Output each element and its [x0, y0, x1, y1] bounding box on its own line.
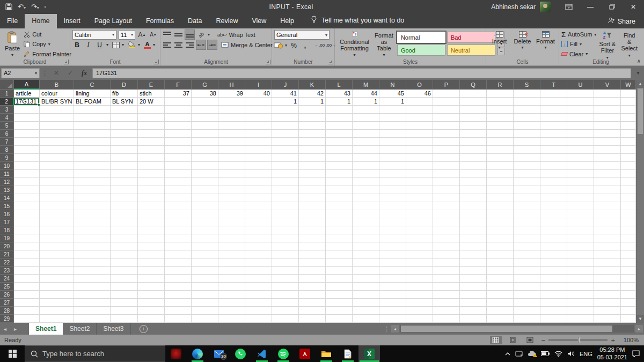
- cell-K10[interactable]: [299, 162, 326, 170]
- cell-I24[interactable]: [245, 275, 272, 283]
- cell-F14[interactable]: [165, 194, 192, 202]
- cell-K3[interactable]: [299, 106, 326, 114]
- cell-W23[interactable]: [621, 267, 636, 275]
- cell-Q23[interactable]: [460, 267, 487, 275]
- column-header-N[interactable]: N: [379, 80, 406, 90]
- cell-C7[interactable]: [74, 138, 111, 146]
- cell-S21[interactable]: [514, 250, 540, 258]
- cell-C29[interactable]: [74, 315, 111, 323]
- cell-V2[interactable]: [594, 98, 621, 106]
- taskbar-app-whatsapp[interactable]: [230, 345, 251, 362]
- cell-O20[interactable]: [406, 242, 433, 250]
- cell-K29[interactable]: [299, 315, 326, 323]
- copy-dropdown-arrow[interactable]: ▾: [48, 42, 50, 47]
- cell-I20[interactable]: [245, 242, 272, 250]
- cell-P13[interactable]: [433, 186, 460, 194]
- cell-H5[interactable]: [218, 122, 245, 130]
- cell-I14[interactable]: [245, 194, 272, 202]
- cell-B28[interactable]: [40, 307, 74, 315]
- row-header-3[interactable]: 3: [0, 106, 14, 114]
- column-header-H[interactable]: H: [218, 80, 245, 90]
- cell-A8[interactable]: [14, 146, 40, 154]
- cell-U4[interactable]: [567, 114, 594, 122]
- cell-J26[interactable]: [272, 291, 299, 299]
- cell-Q25[interactable]: [460, 283, 487, 291]
- cell-G22[interactable]: [192, 258, 218, 267]
- cell-R18[interactable]: [487, 226, 514, 234]
- cell-O6[interactable]: [406, 130, 433, 138]
- cell-I27[interactable]: [245, 299, 272, 307]
- cell-M26[interactable]: [353, 291, 379, 299]
- cell-E27[interactable]: [138, 299, 165, 307]
- search-input[interactable]: [42, 350, 150, 358]
- cell-F26[interactable]: [165, 291, 192, 299]
- cell-F5[interactable]: [165, 122, 192, 130]
- tab-insert[interactable]: Insert: [57, 14, 87, 28]
- cell-I26[interactable]: [245, 291, 272, 299]
- sheet-tab-sheet1[interactable]: Sheet1: [29, 323, 63, 335]
- cell-T22[interactable]: [540, 258, 567, 267]
- cell-K14[interactable]: [299, 194, 326, 202]
- cell-M15[interactable]: [353, 202, 379, 210]
- cell-Q2[interactable]: [460, 98, 487, 106]
- cell-M10[interactable]: [353, 162, 379, 170]
- cell-K28[interactable]: [299, 307, 326, 315]
- cell-E23[interactable]: [138, 267, 165, 275]
- cell-T27[interactable]: [540, 299, 567, 307]
- cell-T23[interactable]: [540, 267, 567, 275]
- cell-M14[interactable]: [353, 194, 379, 202]
- cell-I21[interactable]: [245, 250, 272, 258]
- cell-O19[interactable]: [406, 234, 433, 242]
- tell-me[interactable]: Tell me what you want to do: [311, 16, 404, 28]
- row-header-12[interactable]: 12: [0, 178, 14, 186]
- cell-T29[interactable]: [540, 315, 567, 323]
- cell-A3[interactable]: [14, 106, 40, 114]
- cell-L17[interactable]: [326, 218, 353, 226]
- restore-button[interactable]: [601, 0, 623, 13]
- cell-H17[interactable]: [218, 218, 245, 226]
- ribbon-display-options-icon[interactable]: [558, 0, 580, 13]
- cell-E28[interactable]: [138, 307, 165, 315]
- cell-F1[interactable]: 37: [165, 90, 192, 98]
- cell-U9[interactable]: [567, 154, 594, 162]
- cell-F18[interactable]: [165, 226, 192, 234]
- cell-L5[interactable]: [326, 122, 353, 130]
- cell-J25[interactable]: [272, 283, 299, 291]
- cell-S22[interactable]: [514, 258, 540, 267]
- cell-P26[interactable]: [433, 291, 460, 299]
- cell-L6[interactable]: [326, 130, 353, 138]
- cell-M2[interactable]: 1: [353, 98, 379, 106]
- accounting-format-icon[interactable]: [274, 42, 283, 49]
- cell-A26[interactable]: [14, 291, 40, 299]
- cell-O7[interactable]: [406, 138, 433, 146]
- cell-K18[interactable]: [299, 226, 326, 234]
- column-header-D[interactable]: D: [111, 80, 138, 90]
- sheet-tab-sheet3[interactable]: Sheet3: [97, 323, 130, 335]
- cell-I7[interactable]: [245, 138, 272, 146]
- cell-T10[interactable]: [540, 162, 567, 170]
- cell-E11[interactable]: [138, 170, 165, 178]
- cell-F27[interactable]: [165, 299, 192, 307]
- cell-B24[interactable]: [40, 275, 74, 283]
- cell-S9[interactable]: [514, 154, 540, 162]
- cell-C19[interactable]: [74, 234, 111, 242]
- taskbar-app-excel[interactable]: X: [358, 345, 380, 362]
- cell-Q19[interactable]: [460, 234, 487, 242]
- cell-N13[interactable]: [379, 186, 406, 194]
- zoom-slider-thumb[interactable]: [578, 337, 580, 343]
- cell-F13[interactable]: [165, 186, 192, 194]
- cell-Q8[interactable]: [460, 146, 487, 154]
- underline-dropdown-arrow[interactable]: ▾: [106, 42, 108, 47]
- cell-W4[interactable]: [621, 114, 636, 122]
- cell-K19[interactable]: [299, 234, 326, 242]
- decrease-font-icon[interactable]: A▼: [149, 30, 158, 39]
- cell-E17[interactable]: [138, 218, 165, 226]
- cell-P10[interactable]: [433, 162, 460, 170]
- font-size-combo[interactable]: 11▾: [119, 30, 135, 40]
- cell-J11[interactable]: [272, 170, 299, 178]
- cell-A14[interactable]: [14, 194, 40, 202]
- cell-I5[interactable]: [245, 122, 272, 130]
- fill-color-icon[interactable]: [128, 41, 136, 49]
- cell-L7[interactable]: [326, 138, 353, 146]
- cell-T3[interactable]: [540, 106, 567, 114]
